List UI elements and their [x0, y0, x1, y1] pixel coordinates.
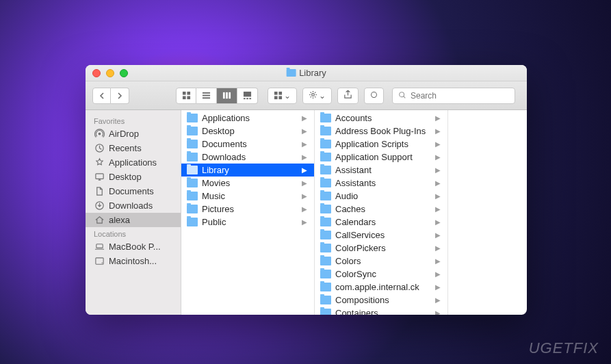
- list-item[interactable]: Pictures▶: [181, 203, 314, 216]
- chevron-right-icon: ▶: [435, 192, 441, 200]
- search-input[interactable]: [411, 91, 509, 101]
- sidebar-item-downloads[interactable]: Downloads: [86, 198, 181, 213]
- share-button[interactable]: [337, 88, 359, 104]
- minimize-button[interactable]: [106, 69, 114, 77]
- list-item[interactable]: Containers▶: [315, 307, 447, 315]
- folder-icon: [320, 140, 331, 148]
- view-columns-button[interactable]: [217, 88, 237, 104]
- recents-icon: [94, 144, 105, 153]
- sidebar-item-label: Recents: [109, 143, 142, 153]
- svg-rect-10: [244, 92, 251, 96]
- list-item[interactable]: Application Scripts▶: [315, 138, 447, 151]
- forward-button[interactable]: [111, 88, 129, 104]
- folder-icon: [187, 140, 198, 148]
- folder-icon: [286, 69, 296, 77]
- svg-rect-7: [223, 92, 225, 99]
- chevron-right-icon: ▶: [302, 166, 307, 174]
- sidebar-item-applications[interactable]: Applications: [86, 155, 181, 170]
- list-item[interactable]: Music▶: [181, 190, 314, 203]
- list-item[interactable]: Library▶: [181, 164, 314, 177]
- list-item[interactable]: Assistant▶: [315, 164, 447, 177]
- list-item[interactable]: Movies▶: [181, 177, 314, 190]
- folder-icon: [187, 127, 198, 135]
- item-label: Public: [202, 217, 298, 227]
- folder-icon: [320, 166, 331, 174]
- sidebar-item-macbook-p-[interactable]: MacBook P...: [86, 239, 181, 254]
- list-item[interactable]: Application Support▶: [315, 151, 447, 164]
- list-item[interactable]: Address Book Plug-Ins▶: [315, 125, 447, 138]
- sidebar-item-desktop[interactable]: Desktop: [86, 170, 181, 184]
- column-1: Accounts▶Address Book Plug-Ins▶Applicati…: [315, 110, 448, 315]
- item-label: com.apple.internal.ck: [335, 282, 431, 292]
- titlebar[interactable]: Library: [86, 65, 527, 81]
- svg-rect-14: [274, 92, 278, 95]
- close-button[interactable]: [92, 69, 101, 77]
- chevron-right-icon: ▶: [435, 231, 441, 239]
- svg-rect-17: [278, 96, 282, 99]
- list-item[interactable]: Applications▶: [181, 112, 314, 125]
- list-item[interactable]: Assistants▶: [315, 177, 447, 190]
- chevron-right-icon: ▶: [435, 179, 441, 187]
- back-button[interactable]: [92, 88, 111, 104]
- arrange-button[interactable]: ⌄: [268, 88, 297, 104]
- item-label: Documents: [202, 139, 298, 149]
- item-label: Music: [202, 191, 298, 201]
- svg-point-27: [101, 263, 103, 264]
- list-item[interactable]: Audio▶: [315, 190, 447, 203]
- list-item[interactable]: com.apple.internal.ck▶: [315, 281, 447, 294]
- desktop-icon: [94, 172, 105, 182]
- applications-icon: [94, 158, 105, 168]
- folder-icon: [187, 166, 198, 174]
- list-item[interactable]: ColorPickers▶: [315, 242, 447, 255]
- list-item[interactable]: Caches▶: [315, 203, 447, 216]
- sidebar-item-label: alexa: [109, 215, 130, 225]
- chevron-right-icon: ▶: [435, 127, 441, 135]
- svg-rect-0: [182, 92, 185, 95]
- list-item[interactable]: Desktop▶: [181, 125, 314, 138]
- svg-rect-15: [278, 92, 282, 95]
- action-button[interactable]: ⌄: [302, 88, 332, 104]
- window-title: Library: [286, 68, 326, 78]
- sidebar-item-alexa[interactable]: alexa: [86, 213, 181, 227]
- folder-icon: [187, 205, 198, 213]
- item-label: Colors: [335, 256, 431, 266]
- tags-button[interactable]: [364, 88, 384, 104]
- chevron-right-icon: ▶: [302, 127, 307, 135]
- folder-icon: [320, 192, 331, 200]
- list-item[interactable]: ColorSync▶: [315, 268, 447, 281]
- maximize-button[interactable]: [120, 69, 128, 77]
- sidebar-item-recents[interactable]: Recents: [86, 141, 181, 155]
- folder-icon: [187, 114, 198, 122]
- list-item[interactable]: Downloads▶: [181, 151, 314, 164]
- chevron-right-icon: ▶: [302, 192, 307, 200]
- svg-point-18: [312, 93, 315, 96]
- gear-icon: [309, 90, 317, 101]
- folder-icon: [320, 257, 331, 265]
- window-title-text: Library: [299, 68, 326, 78]
- list-item[interactable]: Public▶: [181, 216, 314, 229]
- folder-icon: [320, 205, 331, 213]
- view-gallery-button[interactable]: [237, 88, 258, 104]
- folder-icon: [320, 231, 331, 239]
- chevron-right-icon: ▶: [302, 205, 307, 213]
- list-item[interactable]: Documents▶: [181, 138, 314, 151]
- view-list-button[interactable]: [196, 88, 217, 104]
- chevron-right-icon: ▶: [435, 205, 441, 213]
- search-box[interactable]: [392, 88, 515, 104]
- svg-point-19: [372, 92, 377, 97]
- svg-rect-1: [187, 92, 190, 95]
- nav-buttons: [92, 88, 129, 104]
- sidebar-item-macintosh-[interactable]: Macintosh...: [86, 254, 181, 268]
- list-item[interactable]: Colors▶: [315, 255, 447, 268]
- chevron-right-icon: ▶: [435, 244, 441, 252]
- list-item[interactable]: CallServices▶: [315, 229, 447, 242]
- view-icons-button[interactable]: [176, 88, 196, 104]
- list-item[interactable]: Compositions▶: [315, 294, 447, 307]
- sidebar-item-documents[interactable]: Documents: [86, 184, 181, 198]
- list-item[interactable]: Accounts▶: [315, 112, 447, 125]
- item-label: Calendars: [335, 217, 431, 227]
- chevron-right-icon: ▶: [302, 140, 307, 148]
- folder-icon: [187, 179, 198, 187]
- sidebar-item-airdrop[interactable]: AirDrop: [86, 127, 181, 141]
- list-item[interactable]: Calendars▶: [315, 216, 447, 229]
